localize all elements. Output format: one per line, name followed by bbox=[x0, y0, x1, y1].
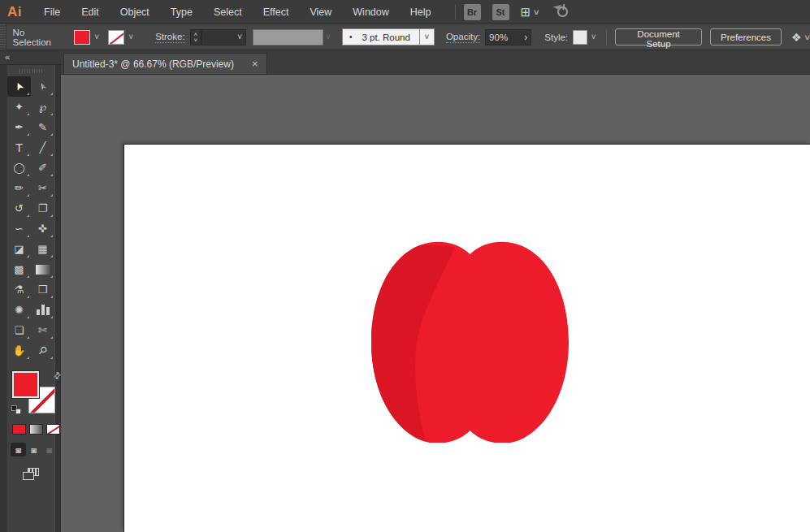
stroke-width-chevron-icon[interactable]: ˅ bbox=[237, 32, 242, 41]
fill-color-swatch[interactable] bbox=[74, 30, 90, 45]
eyedropper-tool[interactable]: ⚗ bbox=[7, 279, 31, 300]
style-chevron-icon[interactable]: ˅ bbox=[587, 30, 600, 45]
brush-definition-value[interactable]: • 3 pt. Round bbox=[342, 28, 420, 45]
line-segment-icon: ╱ bbox=[40, 141, 46, 154]
pencil-tool[interactable]: ✏ bbox=[7, 178, 31, 198]
canvas-pasteboard[interactable] bbox=[61, 75, 810, 532]
opacity-arrow-icon[interactable]: › bbox=[524, 32, 527, 43]
direct-selection-tool[interactable]: ➣ bbox=[31, 76, 54, 97]
preferences-button[interactable]: Preferences bbox=[710, 28, 782, 45]
color-mode-buttons bbox=[12, 424, 60, 435]
draw-inside-button[interactable]: ◙ bbox=[41, 443, 57, 456]
stock-button[interactable]: St bbox=[492, 4, 509, 20]
gradient-button[interactable] bbox=[29, 424, 43, 435]
line-segment-tool[interactable]: ╱ bbox=[31, 137, 54, 158]
slice-tool[interactable]: ✄ bbox=[31, 320, 54, 340]
hand-icon: ✋ bbox=[12, 344, 25, 357]
brush-definition-dropdown[interactable]: • 3 pt. Round ˅ bbox=[342, 28, 435, 45]
pen-tool[interactable]: ✒ bbox=[7, 117, 31, 137]
menubar-separator bbox=[455, 5, 456, 19]
stroke-color-control[interactable]: ˅ bbox=[108, 30, 137, 45]
opacity-field[interactable]: 90% › bbox=[485, 29, 531, 45]
apple-artwork[interactable] bbox=[371, 241, 569, 443]
fill-color-control[interactable]: ˅ bbox=[74, 30, 103, 45]
zoom-tool[interactable]: ⚲ bbox=[31, 340, 54, 361]
style-swatch[interactable] bbox=[573, 30, 587, 45]
rotate-tool[interactable]: ↺ bbox=[7, 198, 31, 218]
width-profile-dropdown[interactable] bbox=[253, 29, 323, 45]
select-similar-icon[interactable]: ❖ bbox=[791, 31, 802, 44]
artboard-tool[interactable]: ❏ bbox=[7, 320, 31, 340]
menu-view[interactable]: View bbox=[299, 0, 342, 24]
menu-type[interactable]: Type bbox=[160, 0, 203, 24]
default-fill-stroke-icon[interactable] bbox=[11, 405, 21, 414]
pencil-icon: ✏ bbox=[15, 182, 24, 194]
lasso-tool[interactable]: ℘ bbox=[31, 97, 54, 117]
curvature-tool[interactable]: ✎ bbox=[31, 117, 54, 137]
bridge-button[interactable]: Br bbox=[464, 4, 481, 20]
stroke-width-stepper[interactable]: ˄ ˅ bbox=[190, 29, 201, 45]
document-tab[interactable]: Untitled-3* @ 66.67% (RGB/Preview) × bbox=[63, 53, 267, 74]
toolbar-grip[interactable] bbox=[19, 69, 42, 73]
menu-window[interactable]: Window bbox=[342, 0, 399, 24]
selection-tool[interactable]: ➤ bbox=[7, 76, 31, 97]
screen-mode-button[interactable] bbox=[23, 468, 39, 480]
stroke-color-swatch[interactable] bbox=[108, 30, 124, 45]
column-graph-tool[interactable] bbox=[31, 300, 54, 320]
color-button[interactable] bbox=[12, 424, 26, 435]
rotate-icon: ↺ bbox=[15, 202, 24, 214]
tab-close-icon[interactable]: × bbox=[252, 58, 258, 69]
toolbar: ➤ ➣ ✦ ℘ ✒ ✎ T ╱ ◯ ✐ ✏ ✂ ↺ ❐ ∽ ✜ ◪ bbox=[6, 65, 55, 532]
eyedropper-icon: ⚗ bbox=[15, 283, 24, 296]
menu-object[interactable]: Object bbox=[110, 0, 160, 24]
ellipse-tool[interactable]: ◯ bbox=[7, 158, 31, 178]
mesh-tool[interactable]: ▩ bbox=[7, 259, 31, 279]
stroke-chevron-icon[interactable]: ˅ bbox=[124, 30, 137, 45]
control-bar-grip[interactable] bbox=[0, 24, 6, 50]
workspace-switcher-icon[interactable]: ⊞ bbox=[521, 5, 531, 19]
workspace-chevron-icon[interactable]: ˅ bbox=[534, 7, 539, 17]
menu-select[interactable]: Select bbox=[203, 0, 253, 24]
gradient-tool[interactable] bbox=[31, 259, 54, 279]
sync-status-button[interactable] bbox=[557, 6, 568, 17]
paintbrush-tool[interactable]: ✐ bbox=[31, 158, 54, 178]
type-tool[interactable]: T bbox=[7, 137, 31, 158]
width-tool[interactable]: ∽ bbox=[7, 218, 31, 239]
menu-file[interactable]: File bbox=[33, 0, 71, 24]
menu-help[interactable]: Help bbox=[400, 0, 442, 24]
draw-behind-button[interactable]: ◙ bbox=[26, 443, 41, 456]
magic-wand-tool[interactable]: ✦ bbox=[7, 97, 31, 117]
gradient-icon bbox=[36, 265, 50, 275]
none-button[interactable] bbox=[46, 424, 60, 435]
document-setup-button[interactable]: Document Setup bbox=[615, 28, 702, 45]
symbol-sprayer-tool[interactable]: ✺ bbox=[7, 300, 31, 320]
tools-panel: « ➤ ➣ ✦ ℘ ✒ ✎ T ╱ ◯ ✐ ✏ ✂ ↺ ❐ bbox=[0, 50, 61, 532]
brush-chevron-icon[interactable]: ˅ bbox=[420, 28, 435, 45]
opacity-panel-link[interactable]: Opacity: bbox=[446, 32, 480, 43]
brush-name: 3 pt. Round bbox=[362, 32, 409, 42]
menu-effect[interactable]: Effect bbox=[253, 0, 300, 24]
opacity-value[interactable]: 90% bbox=[489, 32, 508, 42]
drawing-mode-buttons: ◙ ◙ ◙ bbox=[11, 443, 57, 456]
stroke-width-dropdown[interactable]: ˅ bbox=[201, 29, 246, 45]
blend-tool[interactable]: ❒ bbox=[31, 279, 54, 300]
blend-icon: ❒ bbox=[38, 283, 48, 296]
fill-chevron-icon[interactable]: ˅ bbox=[90, 30, 103, 45]
scale-icon: ❐ bbox=[38, 202, 48, 214]
fill-proxy-swatch[interactable] bbox=[12, 371, 39, 398]
select-similar-chevron-icon[interactable]: ˅ bbox=[805, 32, 810, 42]
scissors-tool[interactable]: ✂ bbox=[31, 178, 54, 198]
perspective-grid-tool[interactable]: ▦ bbox=[31, 239, 54, 259]
scale-tool[interactable]: ❐ bbox=[31, 198, 54, 218]
stepper-down-icon[interactable]: ˅ bbox=[193, 37, 197, 43]
menu-edit[interactable]: Edit bbox=[71, 0, 110, 24]
hand-tool[interactable]: ✋ bbox=[7, 340, 31, 361]
work-area: Untitled-3* @ 66.67% (RGB/Preview) × bbox=[61, 50, 810, 532]
panel-collapse-button[interactable]: « bbox=[0, 50, 61, 65]
brush-chevron-glyph: ˅ bbox=[425, 32, 430, 41]
draw-normal-button[interactable]: ◙ bbox=[11, 443, 26, 456]
free-transform-tool[interactable]: ✜ bbox=[31, 218, 54, 239]
ellipse-icon: ◯ bbox=[13, 162, 25, 174]
stroke-panel-link[interactable]: Stroke: bbox=[155, 32, 184, 43]
shape-builder-tool[interactable]: ◪ bbox=[7, 239, 31, 259]
